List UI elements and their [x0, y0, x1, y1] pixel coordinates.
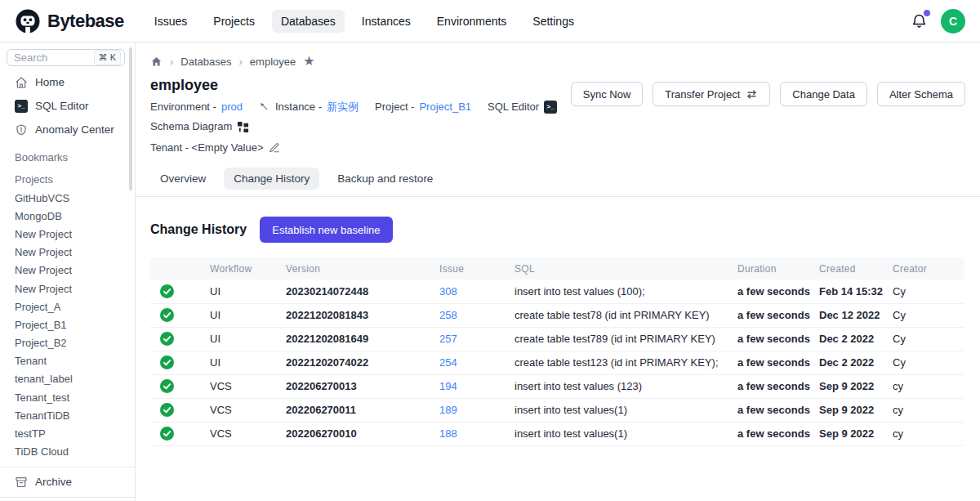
top-nav-settings[interactable]: Settings: [523, 10, 583, 33]
issue-link[interactable]: 257: [439, 333, 457, 345]
sidebar-item-archive[interactable]: Archive: [0, 472, 135, 493]
success-status-icon: [150, 403, 210, 417]
establish-baseline-button[interactable]: Establish new baseline: [260, 217, 392, 243]
instance-engine-icon: [259, 101, 270, 113]
sidebar: ⌘ K Home >_ SQL Editor: [0, 42, 136, 501]
breadcrumb: › Databases › employee ★: [150, 54, 965, 69]
history-row-20221202081843[interactable]: UI 20221202081843 258 create table test7…: [150, 303, 964, 327]
column-header-workflow: Workflow: [210, 257, 286, 280]
sync-now-button[interactable]: Sync Now: [571, 82, 644, 106]
sql-cell: create table test123 (id int PRIMARY KEY…: [514, 351, 737, 374]
schema-diagram-icon[interactable]: [237, 121, 249, 133]
sidebar-item-project-b1[interactable]: Project_B1: [0, 315, 135, 333]
issue-link[interactable]: 308: [439, 285, 457, 297]
user-avatar[interactable]: C: [941, 9, 965, 34]
issue-link[interactable]: 258: [439, 309, 457, 321]
sidebar-item-tenant-label[interactable]: tenant_label: [0, 370, 135, 388]
history-row-202206270010[interactable]: VCS 202206270010 188 insert into test va…: [150, 422, 964, 445]
sidebar-item-githubvcs[interactable]: GitHubVCS: [0, 189, 135, 207]
edit-tenant-pencil-icon[interactable]: [269, 142, 280, 154]
sidebar-item-new-project[interactable]: New Project: [0, 262, 135, 280]
sidebar-item-new-project[interactable]: New Project: [0, 244, 135, 262]
tab-overview[interactable]: Overview: [150, 168, 216, 190]
creator-cell: cy: [893, 398, 964, 422]
issue-link[interactable]: 188: [439, 427, 457, 440]
top-nav-projects[interactable]: Projects: [204, 10, 264, 33]
sidebar-item-tidb-cloud[interactable]: TiDB Cloud: [0, 443, 135, 461]
sidebar-scrollbar[interactable]: [129, 47, 132, 190]
search-input[interactable]: [14, 51, 84, 64]
top-nav-issues[interactable]: Issues: [145, 10, 196, 33]
sidebar-item-home[interactable]: Home: [0, 70, 135, 94]
sidebar-item-project-b2[interactable]: Project_B2: [0, 334, 135, 352]
sql-cell: insert into test values(1): [514, 398, 737, 422]
issue-link[interactable]: 254: [439, 356, 457, 369]
section-title: Change History: [150, 222, 247, 237]
top-nav-databases[interactable]: Databases: [272, 10, 345, 33]
success-status-icon: [150, 284, 210, 298]
page-title: employee: [150, 77, 571, 94]
sql-editor-icon[interactable]: >_: [544, 101, 557, 114]
database-tabs: Overview Change History Backup and resto…: [150, 168, 965, 196]
home-icon: [15, 76, 28, 89]
workflow-cell: UI: [210, 280, 286, 303]
success-status-icon: [150, 332, 210, 346]
sql-cell: create table test78 (id int PRIMARY KEY): [514, 303, 737, 327]
tab-backup-and-restore[interactable]: Backup and restore: [327, 168, 443, 190]
creator-cell: cy: [893, 422, 964, 445]
search-shortcut-badge: ⌘ K: [94, 50, 121, 65]
success-status-icon: [150, 356, 210, 369]
bytebase-logo[interactable]: Bytebase: [15, 8, 124, 34]
tab-change-history[interactable]: Change History: [224, 168, 319, 190]
breadcrumb-databases[interactable]: Databases: [180, 56, 231, 68]
sidebar-item-mongodb[interactable]: MongoDB: [0, 207, 135, 225]
column-header-duration: Duration: [737, 257, 819, 280]
plan-label[interactable]: Enterprise Plan: [0, 497, 135, 501]
version-cell: 202206270010: [286, 422, 439, 445]
sidebar-item-anomaly-center[interactable]: Anomaly Center: [0, 118, 135, 141]
created-cell: Dec 2 2022: [819, 327, 893, 351]
top-nav-environments[interactable]: Environments: [428, 10, 516, 33]
sidebar-item-tenanttidb[interactable]: TenantTiDB: [0, 406, 135, 424]
sidebar-item-testtp[interactable]: testTP: [0, 424, 135, 442]
history-row-20230214072448[interactable]: UI 20230214072448 308 insert into test v…: [150, 280, 964, 303]
bookmark-star-icon[interactable]: ★: [303, 55, 314, 68]
issue-link[interactable]: 189: [439, 404, 457, 416]
environment-link[interactable]: prod: [221, 99, 243, 115]
sidebar-item-new-project[interactable]: New Project: [0, 280, 135, 297]
alter-schema-button[interactable]: Alter Schema: [877, 82, 965, 106]
notification-dot: [924, 10, 930, 16]
version-cell: 202206270011: [286, 398, 439, 422]
notifications-button[interactable]: [911, 12, 928, 29]
created-cell: Feb 14 15:32: [819, 280, 893, 303]
column-header-version: Version: [286, 257, 439, 280]
sidebar-item-sql-editor[interactable]: >_ SQL Editor: [0, 94, 135, 118]
archive-icon: [15, 476, 28, 489]
top-nav-instances[interactable]: Instances: [353, 10, 420, 33]
creator-cell: Cy: [893, 303, 964, 327]
history-row-20221202074022[interactable]: UI 20221202074022 254 create table test1…: [150, 351, 964, 374]
workflow-cell: VCS: [210, 398, 286, 422]
history-row-202206270011[interactable]: VCS 202206270011 189 insert into test va…: [150, 398, 964, 422]
transfer-project-button[interactable]: Transfer Project: [653, 82, 770, 106]
change-data-button[interactable]: Change Data: [780, 82, 867, 106]
sidebar-item-tenant-test[interactable]: Tenant_test: [0, 388, 135, 406]
duration-cell: a few seconds: [737, 280, 819, 303]
history-row-20221202081649[interactable]: UI 20221202081649 257 create table test7…: [150, 327, 964, 351]
search-box[interactable]: ⌘ K: [7, 49, 125, 66]
project-link[interactable]: Project_B1: [419, 99, 471, 115]
page-actions: Sync Now Transfer Project Change Data: [571, 82, 965, 106]
history-row-202206270013[interactable]: VCS 202206270013 194 insert into test va…: [150, 374, 964, 398]
sidebar-item-new-project[interactable]: New Project: [0, 225, 135, 243]
instance-link[interactable]: 新实例: [327, 99, 359, 115]
duration-cell: a few seconds: [737, 374, 819, 398]
workflow-cell: VCS: [210, 374, 286, 398]
created-cell: Dec 2 2022: [819, 351, 893, 374]
sidebar-item-tenant[interactable]: Tenant: [0, 352, 135, 370]
issue-link[interactable]: 194: [439, 380, 457, 392]
sql-cell: insert into test values (123): [514, 374, 737, 398]
duration-cell: a few seconds: [737, 398, 819, 422]
sidebar-item-project-a[interactable]: Project_A: [0, 297, 135, 315]
breadcrumb-current: employee: [250, 56, 296, 68]
home-breadcrumb-icon[interactable]: [150, 56, 163, 68]
